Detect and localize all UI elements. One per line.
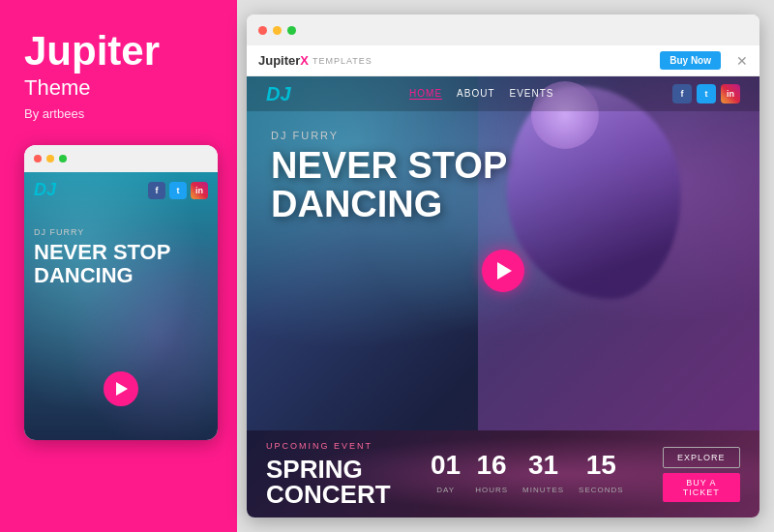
- countdown-minutes: 31 MINUTES: [522, 452, 564, 496]
- desktop-browser: JupiterX TEMPLATES Buy Now ✕ DJ HOME ABO…: [247, 15, 759, 517]
- mobile-content: DJ f t in DJ FURRY NEVER STOP DANCING: [24, 172, 218, 440]
- mobile-nav: DJ f t in: [24, 172, 218, 208]
- dj-nav-links: HOME ABOUT EVENTS: [409, 88, 553, 100]
- countdown-seconds: 15 SECONDS: [579, 452, 624, 496]
- instagram-icon-mobile: in: [191, 182, 208, 199]
- dj-site-logo: DJ: [266, 83, 291, 105]
- dj-headline: NEVER STOP DANCING: [271, 147, 580, 224]
- jupiterx-templates-label: TEMPLATES: [313, 56, 372, 66]
- event-buttons: EXPLORE BUY A TICKET: [663, 447, 740, 502]
- twitter-icon[interactable]: t: [697, 84, 716, 103]
- mobile-headline-line2: DANCING: [34, 264, 208, 287]
- mobile-headline-line1: NEVER STOP: [34, 241, 208, 264]
- mobile-dot-yellow: [46, 155, 54, 163]
- countdown-minutes-label: MINUTES: [522, 486, 564, 494]
- theme-author: By artbees: [24, 106, 84, 121]
- countdown-hours-label: HOURS: [475, 486, 508, 494]
- dj-navigation: DJ HOME ABOUT EVENTS f t in: [247, 76, 759, 111]
- event-title-line2: CONCERT: [266, 482, 411, 507]
- countdown-minutes-num: 31: [522, 452, 564, 479]
- desktop-dot-yellow: [273, 26, 282, 35]
- countdown-seconds-label: SECONDS: [579, 486, 624, 494]
- mobile-browser-bar: [24, 145, 218, 172]
- countdown-day: 01 DAY: [431, 452, 461, 496]
- dj-furry-label: DJ FURRY: [271, 130, 580, 141]
- theme-title: Jupiter: [24, 29, 160, 74]
- right-panel: JupiterX TEMPLATES Buy Now ✕ DJ HOME ABO…: [237, 0, 774, 532]
- dj-hero-section: DJ HOME ABOUT EVENTS f t in: [247, 76, 759, 430]
- mobile-dj-label: DJ FURRY: [34, 227, 208, 237]
- dj-social-icons: f t in: [672, 84, 740, 103]
- buy-ticket-button[interactable]: BUY A TICKET: [663, 473, 740, 502]
- x-letter: X: [300, 53, 309, 68]
- nav-home[interactable]: HOME: [409, 88, 442, 100]
- dj-play-triangle-icon: [497, 262, 512, 280]
- event-title-line1: SPRING: [266, 457, 411, 482]
- mobile-dot-red: [34, 155, 42, 163]
- mobile-logo: DJ: [34, 180, 56, 200]
- countdown-hours-num: 16: [475, 452, 508, 479]
- desktop-browser-bar: [247, 15, 759, 45]
- dj-hero-content: DJ FURRY NEVER STOP DANCING: [271, 130, 580, 224]
- mobile-hero-text: DJ FURRY NEVER STOP DANCING: [24, 208, 218, 297]
- upcoming-label: UPCOMING EVENT: [266, 441, 411, 451]
- countdown-seconds-num: 15: [579, 452, 624, 479]
- buy-now-button[interactable]: Buy Now: [660, 51, 721, 70]
- countdown-day-label: DAY: [436, 486, 455, 494]
- play-triangle-icon: [116, 382, 128, 396]
- explore-button[interactable]: EXPLORE: [663, 447, 740, 468]
- facebook-icon[interactable]: f: [672, 84, 692, 103]
- desktop-dot-green: [287, 26, 296, 35]
- mobile-dot-green: [59, 155, 67, 163]
- nav-about[interactable]: ABOUT: [457, 88, 494, 100]
- left-panel: Jupiter Theme By artbees DJ f t in DJ FU…: [0, 0, 237, 532]
- mobile-preview: DJ f t in DJ FURRY NEVER STOP DANCING: [24, 145, 218, 440]
- jupiterx-bar: JupiterX TEMPLATES Buy Now ✕: [247, 45, 759, 76]
- mobile-play-button[interactable]: [104, 371, 138, 406]
- mobile-social: f t in: [148, 182, 208, 199]
- close-bar-button[interactable]: ✕: [736, 53, 748, 69]
- jupiterx-logo-area: JupiterX TEMPLATES: [258, 53, 372, 68]
- jupiterx-bar-right: Buy Now ✕: [660, 51, 748, 70]
- countdown-section: 01 DAY 16 HOURS 31 MINUTES 15 SECONDS: [431, 452, 624, 496]
- dj-play-button[interactable]: [482, 250, 524, 292]
- jupiterx-logo: JupiterX: [258, 53, 309, 68]
- facebook-icon-mobile: f: [148, 182, 165, 199]
- twitter-icon-mobile: t: [169, 182, 187, 199]
- countdown-day-num: 01: [431, 452, 461, 479]
- nav-events[interactable]: EVENTS: [510, 88, 554, 100]
- desktop-dot-red: [258, 26, 267, 35]
- countdown-hours: 16 HOURS: [475, 452, 508, 496]
- dj-website: DJ HOME ABOUT EVENTS f t in: [247, 76, 759, 517]
- event-banner: UPCOMING EVENT SPRING CONCERT 01 DAY 16 …: [247, 430, 759, 517]
- event-label-section: UPCOMING EVENT SPRING CONCERT: [266, 441, 411, 507]
- theme-subtitle: Theme: [24, 75, 90, 101]
- instagram-icon[interactable]: in: [721, 84, 740, 103]
